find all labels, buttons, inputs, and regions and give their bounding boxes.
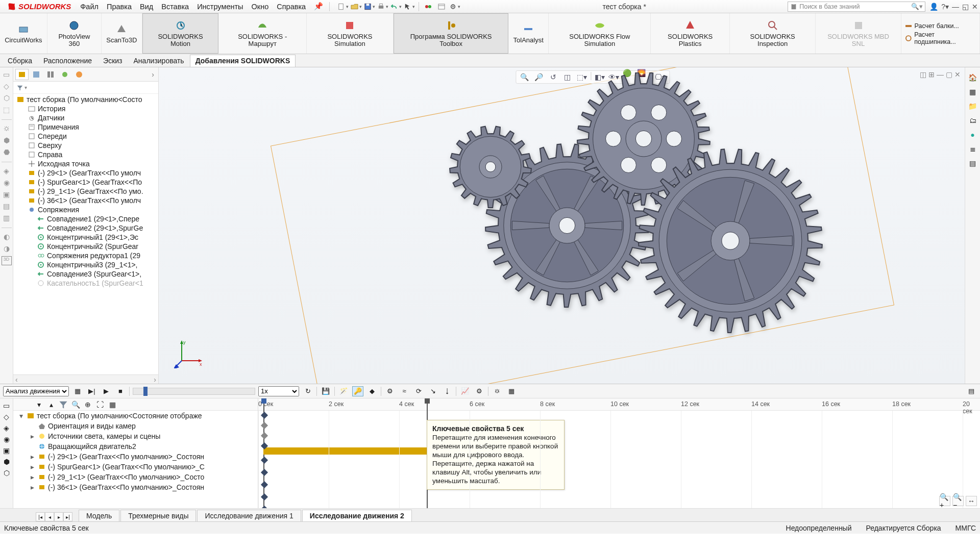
- filter-icon[interactable]: ▦: [107, 400, 117, 409]
- tool-icon[interactable]: ◉: [4, 435, 10, 443]
- play-button[interactable]: ▶: [101, 386, 112, 396]
- design-library-icon[interactable]: ▦: [968, 87, 978, 97]
- menu-view[interactable]: Вид: [136, 2, 157, 12]
- expand-toggle[interactable]: ▸: [29, 473, 36, 481]
- viewport[interactable]: 🔍 🔎 ↺ ◫ ⬚▾ ◧▾ 👁▾ 🟢▾ 🌄▾ 🖵▾ ◫ ⊞ — ▢ ✕: [159, 67, 965, 384]
- tree-front-plane[interactable]: Спереди: [38, 132, 67, 140]
- first-sheet-button[interactable]: |◂: [36, 512, 45, 521]
- tree-mate[interactable]: Концентричный3 (29_1<1>,: [47, 261, 138, 269]
- collapse-button[interactable]: ▤: [966, 386, 977, 396]
- timeline-scrubber[interactable]: [133, 388, 255, 395]
- autokey-button[interactable]: 🔑: [352, 386, 363, 396]
- loop-button[interactable]: ↻: [302, 386, 313, 396]
- filter-icon[interactable]: ⛶: [95, 400, 105, 409]
- tool-icon[interactable]: ▣: [3, 446, 10, 455]
- motor-timeline-bar[interactable]: [263, 447, 427, 455]
- spring-button[interactable]: ≈: [399, 386, 410, 396]
- motion-part[interactable]: (-) SpurGear<1> (GearTrax<<По умолчанию>…: [48, 463, 205, 471]
- tab-3dviews[interactable]: Трехмерные виды: [120, 510, 196, 521]
- expand-toggle[interactable]: ▸: [29, 463, 36, 471]
- ribbon-inspection[interactable]: SOLIDWORKS Inspection: [730, 13, 816, 54]
- tree-tab-dimxpert[interactable]: [58, 69, 71, 80]
- new-button[interactable]: [337, 2, 349, 12]
- filter-icon[interactable]: [58, 400, 68, 409]
- tree-part[interactable]: (-) 29_1<1> (GearTrax<<По умо.: [38, 187, 143, 195]
- tab-study1[interactable]: Исследование движения 1: [197, 510, 301, 521]
- tree-filter[interactable]: ▾: [13, 82, 158, 94]
- ribbon-flow[interactable]: SOLIDWORKS Flow Simulation: [549, 13, 651, 54]
- add-key-button[interactable]: ◆: [366, 386, 378, 396]
- stop-button[interactable]: ■: [115, 386, 126, 396]
- home-icon[interactable]: 🏠: [968, 72, 978, 83]
- tool-icon[interactable]: ◇: [2, 82, 11, 91]
- tool-icon[interactable]: ▭: [2, 70, 11, 80]
- force-button[interactable]: ↘: [427, 386, 438, 396]
- tree-part[interactable]: (-) 29<1> (GearTrax<<По умолч: [38, 169, 141, 177]
- motion-lights[interactable]: Источники света, камеры и сцены: [48, 432, 160, 440]
- tab-model[interactable]: Модель: [79, 510, 119, 521]
- mass-props-button[interactable]: ▦: [506, 386, 517, 396]
- gravity-button[interactable]: ⭣: [442, 386, 453, 396]
- tool-icon[interactable]: ▥: [2, 214, 11, 223]
- expand-icon[interactable]: ▴: [46, 400, 56, 409]
- tool-icon[interactable]: ◈: [4, 424, 9, 432]
- tree-mate[interactable]: Совпадение3 (SpurGear<1>,: [47, 270, 141, 278]
- ribbon-bearing-calc[interactable]: Расчет подшипника...: [904, 31, 976, 46]
- open-button[interactable]: [350, 2, 362, 12]
- tool-icon[interactable]: ◈: [2, 167, 11, 176]
- study-props-button[interactable]: ⚙: [474, 386, 485, 396]
- select-button[interactable]: [403, 2, 415, 12]
- tree-tab-feature[interactable]: [15, 69, 29, 80]
- playback-speed-select[interactable]: 1x: [258, 386, 299, 396]
- tool-icon[interactable]: ◐: [2, 233, 11, 242]
- save-animation-button[interactable]: 💾: [320, 386, 331, 396]
- tool-icon[interactable]: ⬡: [4, 469, 10, 477]
- tool-icon[interactable]: ▭: [3, 402, 10, 410]
- ribbon-circuitworks[interactable]: CircuitWorks: [0, 13, 47, 54]
- menu-tools[interactable]: Инструменты: [193, 2, 247, 12]
- minimize-button[interactable]: —: [952, 3, 959, 11]
- tree-top-plane[interactable]: Сверху: [38, 141, 62, 149]
- prev-sheet-button[interactable]: ◂: [45, 512, 54, 521]
- study-type-select[interactable]: Анализ движения: [3, 386, 69, 396]
- zoom-in-button[interactable]: 🔍+: [939, 496, 950, 506]
- ribbon-beam-calc[interactable]: Расчет балки...: [904, 21, 976, 31]
- view-palette-icon[interactable]: 🗂: [968, 115, 978, 126]
- tree-right-plane[interactable]: Справа: [38, 151, 62, 159]
- expand-toggle[interactable]: ▸: [29, 453, 36, 461]
- tool-icon[interactable]: ◉: [2, 179, 11, 188]
- tree-notes[interactable]: Примечания: [38, 123, 79, 131]
- tree-tab-expand[interactable]: ›: [152, 70, 156, 79]
- ribbon-toolbox[interactable]: Программа SOLIDWORKS Toolbox: [394, 13, 508, 54]
- tool-icon[interactable]: ▣: [2, 190, 11, 199]
- ribbon-photoview[interactable]: PhotoView 360: [47, 13, 102, 54]
- tree-origin[interactable]: Исходная точка: [38, 160, 90, 168]
- tree-mates[interactable]: Сопряжения: [38, 206, 79, 214]
- tree-mate[interactable]: Совпадение2 (29<1>,SpurGe: [47, 224, 143, 232]
- zoom-out-button[interactable]: 🔍−: [952, 496, 964, 506]
- tree-part[interactable]: (-) SpurGear<1> (GearTrax<<По: [38, 178, 142, 186]
- tool-3d-icon[interactable]: 3D: [2, 256, 12, 265]
- tree-mate-suppressed[interactable]: Касательность1 (SpurGear<1: [47, 279, 143, 287]
- undo-button[interactable]: [390, 2, 402, 12]
- motion-part[interactable]: (-) 29<1> (GearTrax<<По умолчанию>_Состо…: [48, 453, 204, 461]
- search-icon[interactable]: 🔍▾: [911, 3, 923, 10]
- tool-icon[interactable]: ⬢: [4, 458, 10, 466]
- calculate-button[interactable]: ▦: [72, 386, 83, 396]
- expand-toggle[interactable]: ▸: [29, 432, 36, 440]
- timeline-ruler[interactable]: 0 сек2 сек4 сек6 сек8 сек10 сек12 сек14 …: [258, 398, 980, 411]
- ribbon-tolanalyst[interactable]: TolAnalyst: [508, 13, 549, 54]
- help-icon[interactable]: ?▾: [941, 3, 949, 11]
- menu-insert[interactable]: Вставка: [157, 2, 193, 12]
- restore-button[interactable]: ◱: [962, 3, 969, 11]
- menu-edit[interactable]: Правка: [103, 2, 136, 12]
- sim-settings-button[interactable]: ⛭: [492, 386, 503, 396]
- status-units[interactable]: ММГС: [955, 524, 976, 532]
- expand-all-icon[interactable]: ▾: [34, 400, 44, 409]
- tool-icon[interactable]: ▤: [2, 202, 11, 211]
- tool-icon[interactable]: ◇: [4, 413, 9, 421]
- expand-toggle[interactable]: ▸: [29, 483, 36, 491]
- feature-tree[interactable]: тест сборка (По умолчанию<Состо История …: [13, 94, 158, 384]
- ribbon-simulation[interactable]: SOLIDWORKS Simulation: [307, 13, 394, 54]
- tool-icon[interactable]: ⛭: [2, 124, 11, 134]
